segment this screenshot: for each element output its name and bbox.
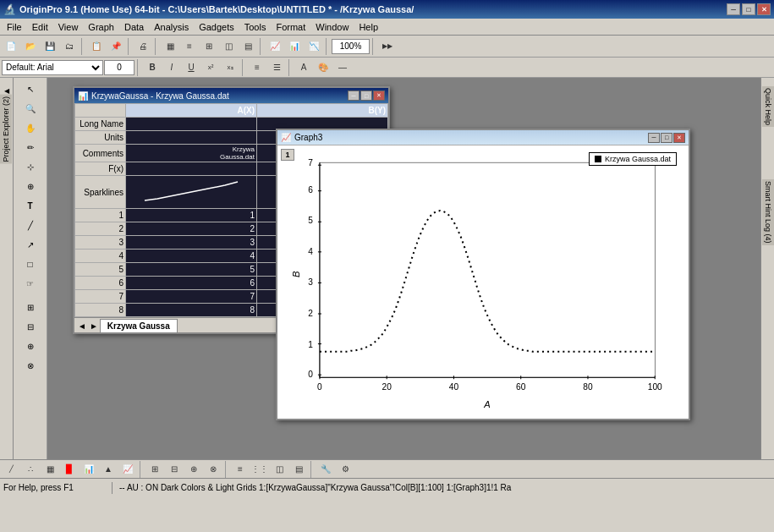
color-btn[interactable]: A	[294, 58, 313, 77]
cell-6-a[interactable]: 6	[126, 277, 257, 290]
menu-view[interactable]: View	[53, 20, 84, 34]
tool1-btn[interactable]: ▦	[161, 37, 179, 56]
bt14[interactable]: ◫	[270, 460, 288, 479]
bt13[interactable]: ⋮⋮	[250, 460, 269, 479]
menu-analysis[interactable]: Analysis	[149, 20, 194, 34]
cell-7-a[interactable]: 7	[126, 290, 257, 304]
bt4[interactable]: ▉	[60, 460, 79, 479]
menu-file[interactable]: File	[2, 20, 27, 34]
cell-fx-a[interactable]	[126, 162, 257, 176]
tool5-btn[interactable]: ▤	[239, 37, 257, 56]
align-left-btn[interactable]: ≡	[248, 58, 266, 77]
open-btn[interactable]: 📂	[21, 37, 40, 56]
sheet-nav-right[interactable]: ►	[88, 320, 100, 332]
arrow-tool[interactable]: ↗	[21, 235, 40, 254]
toolbar-extra3[interactable]: ⊕	[21, 337, 40, 355]
toolbar-extra1[interactable]: ⊞	[21, 298, 40, 316]
quick-help-vtab[interactable]: Quick Help	[762, 86, 774, 127]
superscript-btn[interactable]: x²	[201, 58, 220, 77]
bt10[interactable]: ⊕	[184, 460, 203, 479]
graph1-btn[interactable]: 📈	[266, 37, 284, 56]
col-header-b[interactable]: B(Y)	[257, 104, 388, 118]
bt17[interactable]: ⚙	[336, 460, 354, 479]
menu-help[interactable]: Help	[354, 20, 383, 34]
bt5[interactable]: 📊	[80, 460, 98, 479]
close-btn[interactable]: ✕	[757, 3, 771, 15]
bt6[interactable]: ▲	[99, 460, 118, 479]
bt11[interactable]: ⊗	[204, 460, 222, 479]
copy-btn[interactable]: 📋	[87, 37, 106, 56]
toolbar-extra4[interactable]: ⊗	[21, 356, 40, 375]
bold-btn[interactable]: B	[143, 58, 162, 77]
save-btn[interactable]: 💾	[41, 37, 59, 56]
cell-8-a[interactable]: 8	[126, 304, 257, 317]
bt1[interactable]: ╱	[2, 460, 20, 479]
italic-btn[interactable]: I	[162, 58, 181, 77]
zoom-input[interactable]	[332, 39, 370, 54]
ss-close-btn[interactable]: ✕	[373, 90, 385, 101]
bt9[interactable]: ⊟	[165, 460, 184, 479]
line-btn[interactable]: —	[333, 58, 352, 77]
menu-graph[interactable]: Graph	[83, 20, 119, 34]
cell-units-a[interactable]	[126, 131, 257, 145]
font-size-input[interactable]	[104, 60, 134, 75]
bt3[interactable]: ▦	[41, 460, 59, 479]
toolbar-extra2[interactable]: ⊟	[21, 317, 40, 336]
sheet-nav-left[interactable]: ◄	[76, 320, 88, 332]
line-draw-tool[interactable]: ╱	[21, 216, 40, 234]
menu-format[interactable]: Format	[271, 20, 310, 34]
pan-tool[interactable]: ✋	[21, 118, 40, 137]
project-explorer-vtab[interactable]: Project Explorer (2)	[0, 95, 12, 164]
select-tool[interactable]: ⊹	[21, 157, 40, 176]
ss-maximize-btn[interactable]: □	[360, 90, 372, 101]
pointer-tool[interactable]: ↖	[21, 80, 40, 98]
ss-minimize-btn[interactable]: ─	[348, 90, 360, 101]
menu-tools[interactable]: Tools	[239, 20, 272, 34]
sheet-tab-krzywa[interactable]: Krzywa Gaussa	[100, 319, 178, 332]
bt16[interactable]: 🔧	[316, 460, 335, 479]
bt7[interactable]: 📈	[118, 460, 137, 479]
tool3-btn[interactable]: ⊞	[200, 37, 218, 56]
bt8[interactable]: ⊞	[145, 460, 164, 479]
tool2-btn[interactable]: ≡	[180, 37, 199, 56]
graph2-btn[interactable]: 📊	[285, 37, 304, 56]
cell-5-a[interactable]: 5	[126, 263, 257, 277]
rect-tool[interactable]: □	[21, 255, 40, 273]
menu-edit[interactable]: Edit	[27, 20, 53, 34]
underline-btn[interactable]: U	[182, 58, 200, 77]
graph-close-btn[interactable]: ✕	[673, 133, 685, 143]
fill-btn[interactable]: 🎨	[314, 58, 332, 77]
maximize-btn[interactable]: □	[742, 3, 755, 15]
graph-maximize-btn[interactable]: □	[661, 133, 672, 143]
align-center-btn[interactable]: ☰	[267, 58, 286, 77]
print-btn[interactable]: 🖨	[134, 37, 152, 56]
new-btn[interactable]: 📄	[2, 37, 20, 56]
graph3-btn[interactable]: 📉	[305, 37, 323, 56]
cell-longname-a[interactable]	[126, 118, 257, 131]
bt15[interactable]: ▤	[289, 460, 308, 479]
paste-btn[interactable]: 📌	[107, 37, 125, 56]
font-select[interactable]: Default: Arial	[2, 60, 103, 75]
cell-4-a[interactable]: 4	[126, 250, 257, 263]
minimize-btn[interactable]: ─	[727, 3, 740, 15]
cell-comments-a[interactable]: KrzywaGaussa.dat	[126, 145, 257, 162]
subscript-btn[interactable]: x₂	[221, 58, 239, 77]
text-tool[interactable]: T	[21, 196, 40, 215]
grab-tool[interactable]: ☞	[21, 274, 40, 293]
cell-2-a[interactable]: 2	[126, 222, 257, 236]
zoom-tool[interactable]: 🔍	[21, 99, 40, 118]
bt12[interactable]: ≡	[231, 460, 250, 479]
smart-hint-vtab[interactable]: Smart Hint Log (4)	[762, 179, 774, 245]
tool4-btn[interactable]: ◫	[219, 37, 238, 56]
cell-3-a[interactable]: 3	[126, 236, 257, 250]
cell-1-a[interactable]: 1	[126, 209, 257, 222]
menu-window[interactable]: Window	[310, 20, 354, 34]
graph-minimize-btn[interactable]: ─	[648, 133, 660, 143]
col-header-a[interactable]: A(X)	[126, 104, 257, 118]
draw-tool[interactable]: ✏	[21, 138, 40, 156]
menu-data[interactable]: Data	[119, 20, 149, 34]
bt2[interactable]: ∴	[21, 460, 40, 479]
node-tool[interactable]: ⊕	[21, 177, 40, 195]
more-tools[interactable]: ▶▶	[378, 37, 397, 56]
save-all-btn[interactable]: 🗂	[60, 37, 79, 56]
